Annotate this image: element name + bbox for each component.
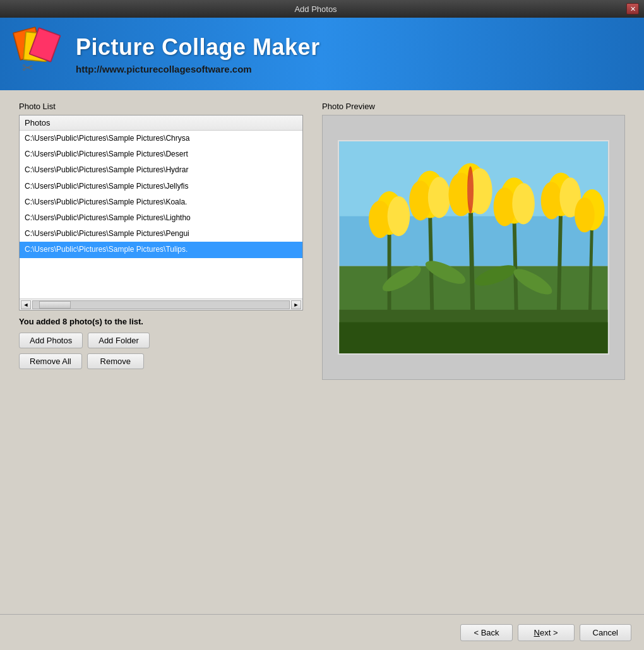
button-row-1: Add Photos Add Folder bbox=[19, 333, 303, 348]
content-columns: Photo List Photos C:\Users\Public\Pictur… bbox=[19, 102, 625, 380]
title-bar-title: Add Photos bbox=[5, 4, 626, 14]
svg-rect-32 bbox=[340, 322, 608, 353]
photo-list-item[interactable]: C:\Users\Public\Pictures\Sample Pictures… bbox=[20, 226, 302, 242]
photo-list-item[interactable]: C:\Users\Public\Pictures\Sample Pictures… bbox=[20, 210, 302, 226]
photo-list-item[interactable]: C:\Users\Public\Pictures\Sample Pictures… bbox=[20, 146, 302, 162]
photo-list-label: Photo List bbox=[19, 102, 303, 111]
remove-all-button[interactable]: Remove All bbox=[19, 353, 82, 369]
photo-list-item[interactable]: C:\Users\Public\Pictures\Sample Pictures… bbox=[20, 131, 302, 146]
bottom-bar: < Back Next > Cancel bbox=[0, 615, 644, 650]
photo-list-container: Photos C:\Users\Public\Pictures\Sample P… bbox=[19, 115, 303, 310]
app-title: Picture Collage Maker bbox=[76, 34, 320, 61]
scroll-left-arrow[interactable]: ◄ bbox=[21, 300, 31, 309]
next-button[interactable]: Next > bbox=[518, 624, 575, 641]
svg-point-22 bbox=[467, 167, 474, 214]
header-text: Picture Collage Maker http://www.picture… bbox=[76, 34, 320, 74]
next-label-text: Next > bbox=[534, 628, 558, 637]
right-column: Photo Preview bbox=[322, 102, 625, 380]
add-folder-button[interactable]: Add Folder bbox=[88, 333, 150, 348]
svg-point-27 bbox=[541, 182, 563, 219]
scroll-right-arrow[interactable]: ► bbox=[291, 300, 301, 309]
svg-point-18 bbox=[428, 177, 451, 218]
button-row-2: Remove All Remove bbox=[19, 353, 303, 369]
preview-frame bbox=[322, 115, 625, 380]
horizontal-scrollbar[interactable]: ◄ ► bbox=[20, 298, 302, 310]
remove-button[interactable]: Remove bbox=[87, 353, 144, 369]
close-button[interactable]: ✕ bbox=[626, 3, 639, 15]
photo-list-item[interactable]: C:\Users\Public\Pictures\Sample Pictures… bbox=[20, 162, 302, 178]
svg-point-30 bbox=[575, 198, 595, 232]
main-content: Photo List Photos C:\Users\Public\Pictur… bbox=[0, 90, 644, 391]
scissors-icon: ✂ bbox=[22, 60, 33, 76]
title-bar: Add Photos ✕ bbox=[0, 0, 644, 18]
header-url: http://www.picturecollagesoftware.com bbox=[76, 64, 320, 74]
scrollbar-thumb[interactable] bbox=[39, 301, 71, 309]
preview-label: Photo Preview bbox=[322, 102, 625, 111]
logo-icon: ✂ bbox=[13, 29, 63, 80]
status-text: You added 8 photo(s) to the list. bbox=[19, 317, 303, 326]
svg-point-25 bbox=[512, 183, 535, 224]
header-banner: ✂ Picture Collage Maker http://www.pictu… bbox=[0, 18, 644, 90]
logo-pages: ✂ bbox=[13, 29, 63, 76]
photo-list-item[interactable]: C:\Users\Public\Pictures\Sample Pictures… bbox=[20, 242, 302, 257]
svg-point-15 bbox=[388, 196, 410, 236]
photo-list-header: Photos bbox=[20, 115, 302, 131]
preview-image bbox=[338, 140, 609, 355]
add-photos-button[interactable]: Add Photos bbox=[19, 333, 83, 348]
cancel-button[interactable]: Cancel bbox=[580, 624, 631, 641]
left-column: Photo List Photos C:\Users\Public\Pictur… bbox=[19, 102, 303, 374]
photo-list-item[interactable]: C:\Users\Public\Pictures\Sample Pictures… bbox=[20, 179, 302, 194]
back-button[interactable]: < Back bbox=[460, 624, 512, 641]
photo-list-body: C:\Users\Public\Pictures\Sample Pictures… bbox=[20, 131, 302, 298]
scrollbar-track[interactable] bbox=[32, 300, 290, 309]
photo-list-item[interactable]: C:\Users\Public\Pictures\Sample Pictures… bbox=[20, 194, 302, 210]
